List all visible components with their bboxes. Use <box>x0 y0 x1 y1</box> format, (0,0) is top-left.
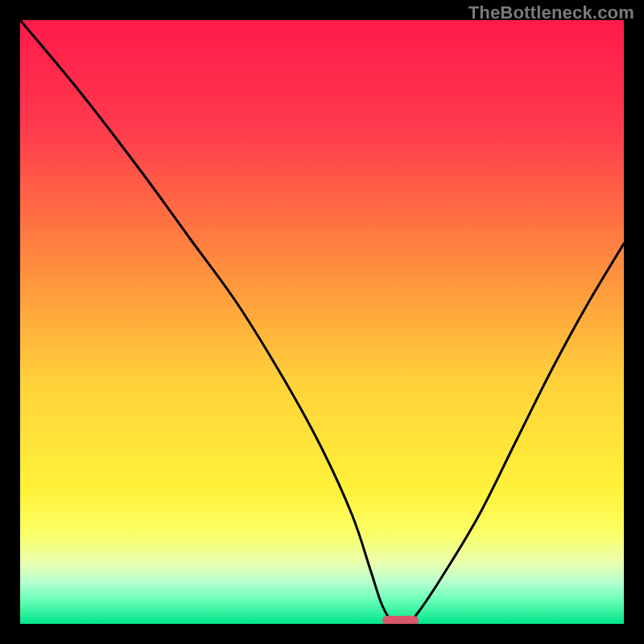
plot-area <box>20 20 624 624</box>
watermark-text: TheBottleneck.com <box>469 2 634 23</box>
bottleneck-curve <box>20 20 624 624</box>
chart-frame: TheBottleneck.com <box>0 0 644 644</box>
optimal-marker <box>382 616 419 624</box>
